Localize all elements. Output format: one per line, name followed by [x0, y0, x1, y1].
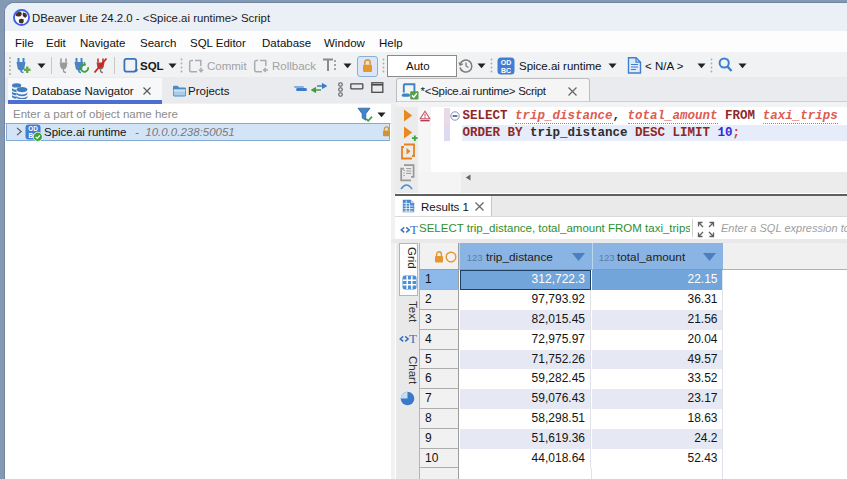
svg-text:BC: BC [501, 67, 511, 74]
svg-text:T: T [410, 222, 418, 235]
svg-text:OD: OD [28, 125, 38, 132]
svg-text:T: T [409, 331, 417, 346]
svg-text:OD: OD [501, 59, 512, 66]
